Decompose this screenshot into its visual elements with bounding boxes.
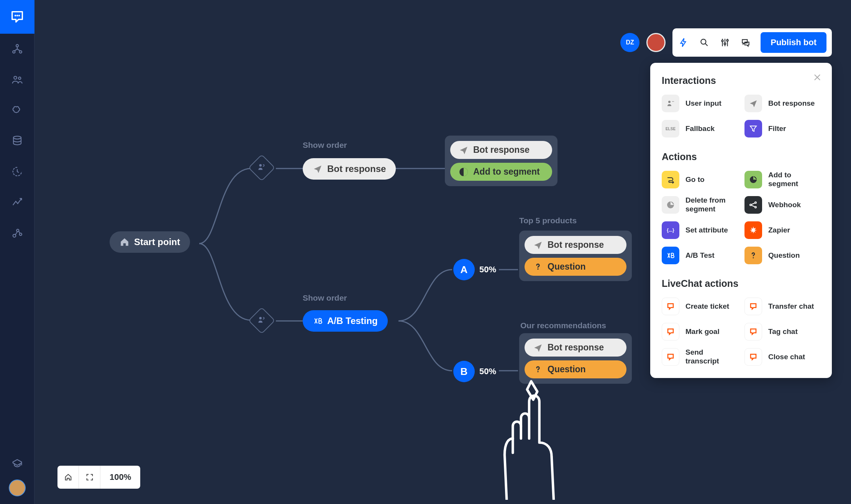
svg-point-22 [672, 101, 673, 102]
panel-section-livechat: LiveChat actions [662, 278, 820, 289]
app-logo[interactable] [0, 0, 34, 34]
item-set-attribute[interactable]: {...}Set attribute [662, 221, 738, 239]
sidebar-analytics-icon[interactable] [10, 195, 25, 210]
sidebar-brain-icon[interactable] [10, 103, 25, 118]
node1-title: Show order [303, 141, 347, 150]
close-icon[interactable] [813, 73, 822, 82]
svg-point-28 [755, 206, 756, 208]
item-fallback[interactable]: ELSEFallback [662, 120, 738, 137]
item-zapier[interactable]: Zapier [744, 221, 820, 239]
svg-point-0 [14, 15, 16, 16]
item-transfer-chat[interactable]: Transfer chat [744, 298, 820, 315]
abtesting-node[interactable]: A/B Testing [303, 310, 388, 332]
box2-title: Top 5 products [519, 216, 577, 225]
svg-point-18 [259, 317, 262, 319]
item-send-transcript[interactable]: Send transcript [662, 348, 738, 366]
box1-addsegment[interactable]: Add to segment [450, 163, 552, 181]
bot-response-1-label: Bot response [327, 164, 386, 174]
variant-b[interactable]: B 50% [453, 361, 496, 382]
item-tag-chat[interactable]: Tag chat [744, 323, 820, 340]
user-input-diamond-2[interactable] [248, 307, 275, 334]
svg-point-3 [16, 44, 18, 47]
item-user-input[interactable]: User input [662, 95, 738, 112]
node-box-2[interactable]: Bot response Question [519, 231, 632, 281]
svg-point-26 [750, 204, 751, 206]
svg-point-23 [673, 101, 674, 102]
item-bot-response[interactable]: Bot response [744, 95, 820, 112]
left-sidebar [0, 0, 34, 504]
item-filter[interactable]: Filter [744, 120, 820, 137]
svg-point-27 [755, 202, 756, 203]
svg-point-1 [16, 15, 18, 16]
svg-point-6 [14, 76, 17, 79]
sidebar-users-icon[interactable] [10, 72, 25, 87]
sidebar-clock-icon[interactable] [10, 164, 25, 179]
variant-a[interactable]: A 50% [453, 259, 496, 280]
abtesting-label: A/B Testing [327, 316, 378, 326]
sidebar-help-icon[interactable] [10, 456, 25, 471]
box3-title: Our recommendations [520, 321, 606, 330]
panel-section-actions: Actions [662, 151, 820, 162]
bot-response-node-1[interactable]: Bot response [303, 158, 396, 180]
sidebar-integrations-icon[interactable] [10, 225, 25, 241]
svg-point-7 [18, 77, 21, 79]
item-close-chat[interactable]: Close chat [744, 348, 820, 366]
sidebar-avatar[interactable] [9, 479, 26, 496]
pointing-hand-decoration [479, 377, 567, 500]
node-box-3[interactable]: Bot response Question [519, 333, 632, 384]
item-question[interactable]: Question [744, 247, 820, 264]
interactions-panel: Interactions User input Bot response ELS… [650, 63, 832, 378]
zoom-home-icon[interactable] [57, 466, 79, 489]
panel-section-interactions: Interactions [662, 75, 820, 86]
item-mark-goal[interactable]: Mark goal [662, 323, 738, 340]
item-webhook[interactable]: Webhook [744, 196, 820, 214]
box3-question[interactable]: Question [525, 360, 626, 378]
item-goto[interactable]: Go to [662, 171, 738, 188]
item-add-segment[interactable]: Add to segment [744, 171, 820, 188]
item-create-ticket[interactable]: Create ticket [662, 298, 738, 315]
svg-point-8 [13, 136, 21, 139]
box3-botresponse[interactable]: Bot response [525, 339, 626, 357]
zoom-fit-icon[interactable] [79, 466, 100, 489]
sidebar-database-icon[interactable] [10, 133, 25, 149]
box1-botresponse[interactable]: Bot response [450, 141, 552, 159]
zoom-value[interactable]: 100% [100, 472, 140, 482]
node2-title: Show order [303, 293, 347, 303]
box2-question[interactable]: Question [525, 258, 626, 276]
start-label: Start point [134, 237, 180, 247]
user-input-diamond-1[interactable] [248, 154, 275, 182]
svg-point-2 [18, 15, 20, 16]
svg-point-20 [537, 371, 538, 372]
item-ab-test[interactable]: A/B Test [662, 247, 738, 264]
svg-point-29 [753, 257, 754, 259]
node-box-1[interactable]: Bot response Add to segment [445, 136, 557, 186]
box2-botresponse[interactable]: Bot response [525, 236, 626, 254]
sidebar-flow-icon[interactable] [10, 41, 25, 57]
start-node[interactable]: Start point [110, 231, 190, 253]
item-delete-segment[interactable]: Delete from segment [662, 196, 738, 214]
svg-point-16 [259, 164, 262, 167]
svg-point-21 [668, 101, 671, 103]
svg-point-19 [537, 268, 538, 269]
zoom-control: 100% [57, 466, 140, 489]
